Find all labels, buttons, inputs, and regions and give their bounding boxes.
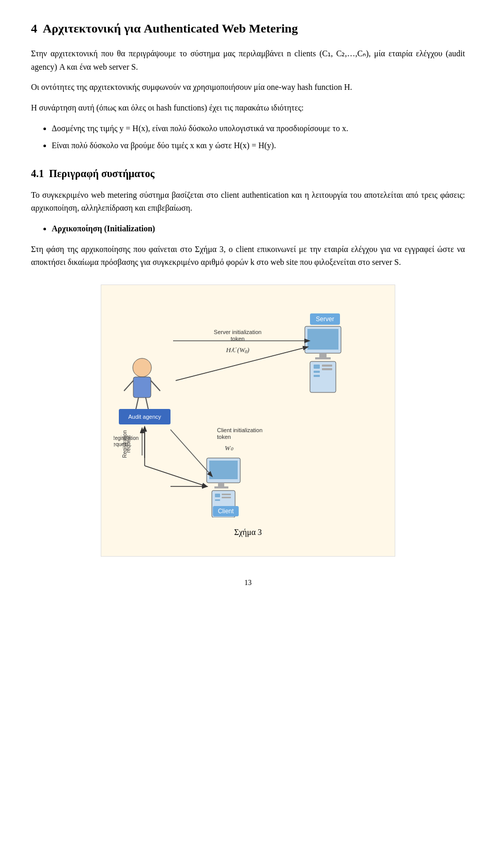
svg-text:H𝓚 (W₀): H𝓚 (W₀)	[225, 346, 249, 354]
svg-text:Server initialization: Server initialization	[214, 329, 261, 335]
svg-rect-18	[322, 368, 332, 370]
properties-list: Δοσμένης της τιμής y = H(x), είναι πολύ …	[52, 122, 465, 152]
paragraph2: Οι οντότητες της αρχιτεκτονικής συμφωνού…	[31, 81, 465, 94]
svg-text:token: token	[217, 434, 231, 440]
svg-rect-11	[319, 353, 327, 357]
svg-text:token: token	[231, 336, 245, 342]
diagram-svg: Audit agency Server Client	[114, 301, 382, 517]
svg-text:Client: Client	[218, 508, 234, 515]
svg-point-1	[133, 358, 151, 377]
intro-paragraph: Στην αρχιτεκτονική που θα περιγράψουμε τ…	[31, 47, 465, 73]
svg-rect-16	[314, 375, 320, 377]
svg-text:Client initialization: Client initialization	[217, 427, 262, 433]
svg-rect-15	[314, 371, 320, 373]
chapter-title: 4 Αρχιτεκτονική για Authenticated Web Me…	[31, 21, 465, 37]
svg-rect-28	[222, 494, 231, 495]
svg-rect-24	[214, 486, 228, 488]
svg-rect-22	[209, 461, 238, 479]
svg-text:W₀: W₀	[225, 444, 234, 452]
bullet-item-2: Είναι πολύ δύσκολο να βρούμε δύο τιμές x…	[52, 139, 465, 152]
svg-text:Registration: Registration	[114, 435, 138, 441]
svg-rect-10	[307, 329, 338, 350]
svg-rect-23	[218, 483, 224, 486]
svg-rect-2	[133, 377, 151, 398]
svg-text:request: request	[114, 441, 129, 447]
bullet-item-1: Δοσμένης της τιμής y = H(x), είναι πολύ …	[52, 122, 465, 135]
init-paragraph: Στη φάση της αρχικοποίησης που φαίνεται …	[31, 243, 465, 269]
svg-rect-26	[215, 494, 220, 497]
svg-rect-17	[322, 365, 332, 367]
figure-3: Audit agency Server Client	[101, 285, 395, 557]
svg-text:Audit agency: Audit agency	[128, 414, 161, 420]
section-title: 4.1 Περιγραφή συστήματος	[31, 167, 465, 180]
svg-rect-29	[222, 497, 231, 498]
svg-rect-12	[315, 357, 331, 359]
bullet-init: Αρχικοποίηση (Initialization)	[52, 222, 465, 235]
paragraph3: Η συνάρτηση αυτή (όπως και όλες οι hash …	[31, 101, 465, 115]
init-title: Αρχικοποίηση (Initialization)	[52, 224, 155, 233]
section-paragraph1: Το συγκεκριμένο web metering σύστημα βασ…	[31, 188, 465, 215]
init-list: Αρχικοποίηση (Initialization)	[52, 222, 465, 235]
svg-text:Server: Server	[316, 315, 334, 323]
svg-rect-27	[215, 499, 220, 501]
page-number: 13	[31, 577, 465, 589]
svg-rect-14	[314, 365, 320, 369]
figure-caption: Σχήμα 3	[234, 526, 262, 539]
